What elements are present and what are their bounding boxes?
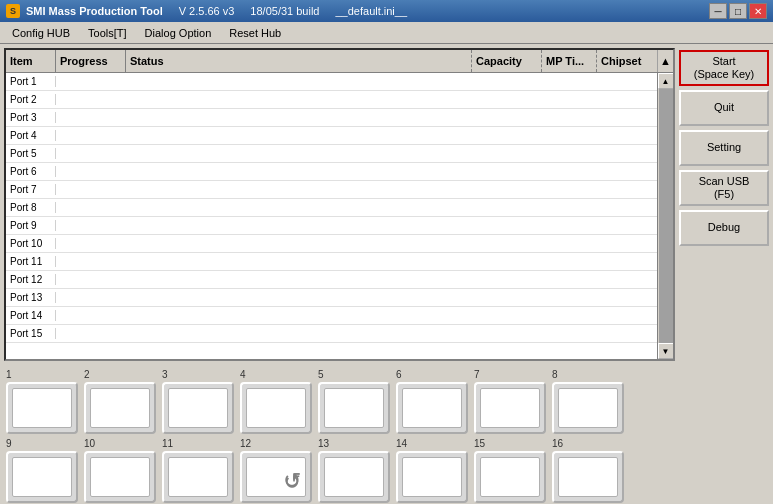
- port-item: 1: [6, 369, 78, 434]
- title-bar: S SMI Mass Production Tool V 2.5.66 v3 1…: [0, 0, 773, 22]
- port-number: 14: [396, 438, 407, 449]
- col-header-progress: Progress: [56, 50, 126, 72]
- minimize-button[interactable]: ─: [709, 3, 727, 19]
- table-row[interactable]: Port 11: [6, 253, 657, 271]
- port-number: 7: [474, 369, 480, 380]
- app-build: 18/05/31 build: [250, 5, 319, 17]
- table-row[interactable]: Port 10: [6, 235, 657, 253]
- close-button[interactable]: ✕: [749, 3, 767, 19]
- app-version: V 2.5.66 v3: [179, 5, 235, 17]
- scan-usb-button[interactable]: Scan USB(F5): [679, 170, 769, 206]
- col-header-status: Status: [126, 50, 472, 72]
- port-box[interactable]: [396, 382, 468, 434]
- scroll-top-btn[interactable]: ▲: [657, 50, 673, 72]
- menu-dialog-option[interactable]: Dialog Option: [137, 25, 220, 41]
- port-box[interactable]: [84, 451, 156, 503]
- app-name: SMI Mass Production Tool: [26, 5, 163, 17]
- port-box[interactable]: ↺: [240, 451, 312, 503]
- table-row[interactable]: Port 9: [6, 217, 657, 235]
- cell-item: Port 10: [6, 238, 56, 249]
- port-box[interactable]: [474, 382, 546, 434]
- port-box-inner: [90, 388, 150, 428]
- port-number: 1: [6, 369, 12, 380]
- port-box[interactable]: [6, 382, 78, 434]
- scroll-down-btn[interactable]: ▼: [658, 343, 674, 359]
- port-box[interactable]: [318, 382, 390, 434]
- table-row[interactable]: Port 4: [6, 127, 657, 145]
- port-item: 12↺: [240, 438, 312, 503]
- table-row[interactable]: Port 1: [6, 73, 657, 91]
- port-box-inner: [558, 457, 618, 497]
- port-grid: 123456789101112↺13141516: [0, 365, 773, 504]
- scroll-track: [659, 89, 673, 343]
- port-row: 9101112↺13141516: [6, 438, 767, 503]
- menu-tools[interactable]: Tools[T]: [80, 25, 135, 41]
- port-box[interactable]: [162, 451, 234, 503]
- scroll-left-btn[interactable]: ◄: [8, 360, 24, 362]
- scroll-up-btn[interactable]: ▲: [658, 73, 674, 89]
- port-box[interactable]: [162, 382, 234, 434]
- port-number: 12: [240, 438, 251, 449]
- port-item: 8: [552, 369, 624, 434]
- port-number: 13: [318, 438, 329, 449]
- table-row[interactable]: Port 5: [6, 145, 657, 163]
- cell-item: Port 14: [6, 310, 56, 321]
- table-row[interactable]: Port 2: [6, 91, 657, 109]
- port-box[interactable]: [318, 451, 390, 503]
- port-box[interactable]: [84, 382, 156, 434]
- cell-item: Port 12: [6, 274, 56, 285]
- cell-item: Port 2: [6, 94, 56, 105]
- port-number: 9: [6, 438, 12, 449]
- main-content: Item Progress Status Capacity MP Ti... C…: [0, 44, 773, 504]
- table-area: Item Progress Status Capacity MP Ti... C…: [0, 44, 773, 365]
- col-header-chipset: Chipset: [597, 50, 657, 72]
- port-item: 7: [474, 369, 546, 434]
- port-box[interactable]: [396, 451, 468, 503]
- setting-button[interactable]: Setting: [679, 130, 769, 166]
- start-button[interactable]: Start(Space Key): [679, 50, 769, 86]
- port-box-inner: [246, 388, 306, 428]
- table-row[interactable]: Port 8: [6, 199, 657, 217]
- cell-item: Port 1: [6, 76, 56, 87]
- menu-reset-hub[interactable]: Reset Hub: [221, 25, 289, 41]
- port-item: 6: [396, 369, 468, 434]
- port-box[interactable]: [552, 451, 624, 503]
- side-buttons: Start(Space Key) Quit Setting Scan USB(F…: [679, 48, 769, 361]
- quit-button[interactable]: Quit: [679, 90, 769, 126]
- maximize-button[interactable]: □: [729, 3, 747, 19]
- port-box[interactable]: [240, 382, 312, 434]
- title-bar-left: S SMI Mass Production Tool V 2.5.66 v3 1…: [6, 4, 407, 18]
- port-box[interactable]: [6, 451, 78, 503]
- table-row[interactable]: Port 14: [6, 307, 657, 325]
- port-box-inner: ↺: [246, 457, 306, 497]
- config-file: __default.ini__: [335, 5, 407, 17]
- table-row[interactable]: Port 13: [6, 289, 657, 307]
- port-number: 15: [474, 438, 485, 449]
- table-row[interactable]: Port 12: [6, 271, 657, 289]
- start-label: Start(Space Key): [694, 55, 755, 81]
- cell-item: Port 5: [6, 148, 56, 159]
- cell-item: Port 3: [6, 112, 56, 123]
- port-number: 11: [162, 438, 173, 449]
- horizontal-scrollbar[interactable]: ◄ ►: [6, 359, 673, 361]
- port-box[interactable]: [474, 451, 546, 503]
- scroll-right-btn[interactable]: ►: [655, 360, 671, 362]
- port-box-inner: [480, 388, 540, 428]
- table-row[interactable]: Port 15: [6, 325, 657, 343]
- port-number: 16: [552, 438, 563, 449]
- title-bar-controls: ─ □ ✕: [709, 3, 767, 19]
- table-row[interactable]: Port 7: [6, 181, 657, 199]
- app-icon: S: [6, 4, 20, 18]
- port-item: 15: [474, 438, 546, 503]
- table-row[interactable]: Port 6: [6, 163, 657, 181]
- debug-button[interactable]: Debug: [679, 210, 769, 246]
- port-box-inner: [168, 388, 228, 428]
- port-number: 8: [552, 369, 558, 380]
- cell-item: Port 13: [6, 292, 56, 303]
- port-item: 9: [6, 438, 78, 503]
- port-box[interactable]: [552, 382, 624, 434]
- menu-config-hub[interactable]: Config HUB: [4, 25, 78, 41]
- quit-label: Quit: [714, 101, 734, 114]
- vertical-scrollbar[interactable]: ▲ ▼: [657, 73, 673, 359]
- table-row[interactable]: Port 3: [6, 109, 657, 127]
